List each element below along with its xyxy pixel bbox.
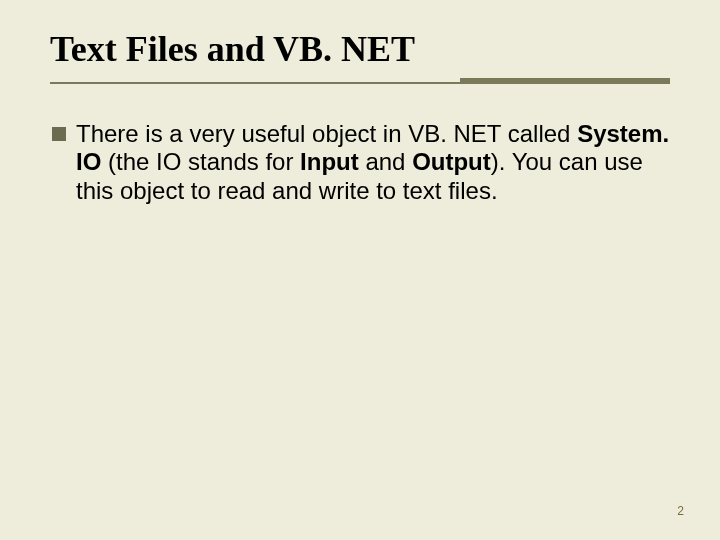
page-number: 2 bbox=[677, 504, 684, 518]
text-run: There is a very useful object in VB. NET… bbox=[76, 120, 577, 147]
square-bullet-icon bbox=[52, 127, 66, 141]
rule-short bbox=[460, 78, 670, 84]
bold-run: Output bbox=[412, 148, 491, 175]
bullet-item: There is a very useful object in VB. NET… bbox=[52, 120, 670, 205]
title-underline bbox=[50, 76, 670, 96]
bold-run: Input bbox=[300, 148, 359, 175]
text-run: (the IO stands for bbox=[101, 148, 300, 175]
bullet-text: There is a very useful object in VB. NET… bbox=[76, 120, 670, 205]
slide: Text Files and VB. NET There is a very u… bbox=[0, 0, 720, 540]
body-text: There is a very useful object in VB. NET… bbox=[50, 120, 670, 205]
text-run: and bbox=[359, 148, 412, 175]
slide-title: Text Files and VB. NET bbox=[50, 28, 670, 70]
